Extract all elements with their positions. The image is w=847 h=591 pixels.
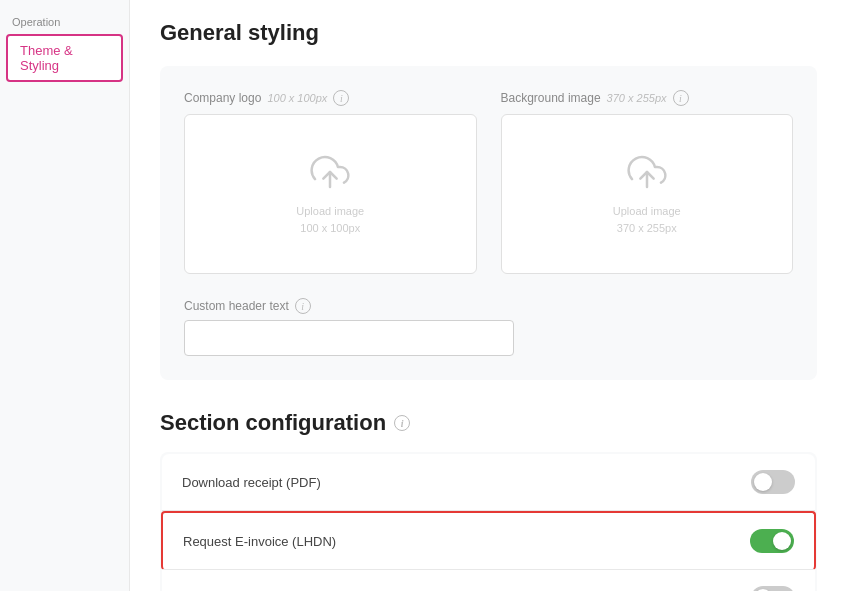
cloud-upload-bg-icon [627,152,667,195]
sidebar-section-label: Operation [0,8,129,32]
custom-header-group: Custom header text i [184,298,793,356]
background-image-field: Background image 370 x 255px i [501,90,794,274]
company-logo-info-icon[interactable]: i [333,90,349,106]
sidebar: Operation Theme & Styling [0,0,130,591]
background-image-info-icon[interactable]: i [673,90,689,106]
general-styling-card: Company logo 100 x 100px i [160,66,817,380]
sidebar-item-label: Theme & Styling [20,43,109,73]
company-logo-field: Company logo 100 x 100px i [184,90,477,274]
custom-header-input[interactable] [184,320,514,356]
store-lookup-toggle[interactable] [751,586,795,591]
download-receipt-toggle[interactable] [751,470,795,494]
cloud-upload-icon [310,152,350,195]
request-einvoice-label: Request E-invoice (LHDN) [183,534,336,549]
config-row-request-einvoice: Request E-invoice (LHDN) [161,511,816,570]
store-lookup-slider [751,586,795,591]
section-config-info-icon[interactable]: i [394,415,410,431]
background-image-upload-text: Upload image 370 x 255px [613,203,681,236]
download-receipt-slider [751,470,795,494]
request-einvoice-slider [750,529,794,553]
config-row-store-lookup: Enable store name lookup [162,570,815,591]
sidebar-item-theme-styling[interactable]: Theme & Styling [6,34,123,82]
config-inner: Download receipt (PDF) Request E-invoice… [161,453,816,591]
company-logo-label: Company logo 100 x 100px i [184,90,477,106]
company-logo-upload-text: Upload image 100 x 100px [296,203,364,236]
section-configuration-title: Section configuration i [160,410,817,436]
config-row-download-receipt: Download receipt (PDF) [162,454,815,511]
upload-row: Company logo 100 x 100px i [184,90,793,274]
download-receipt-label: Download receipt (PDF) [182,475,321,490]
background-image-upload-box[interactable]: Upload image 370 x 255px [501,114,794,274]
background-image-label: Background image 370 x 255px i [501,90,794,106]
config-card: Download receipt (PDF) Request E-invoice… [160,452,817,591]
general-styling-title: General styling [160,20,817,46]
company-logo-upload-box[interactable]: Upload image 100 x 100px [184,114,477,274]
custom-header-info-icon[interactable]: i [295,298,311,314]
main-content: General styling Company logo 100 x 100px… [130,0,847,591]
request-einvoice-toggle[interactable] [750,529,794,553]
custom-header-label: Custom header text i [184,298,793,314]
